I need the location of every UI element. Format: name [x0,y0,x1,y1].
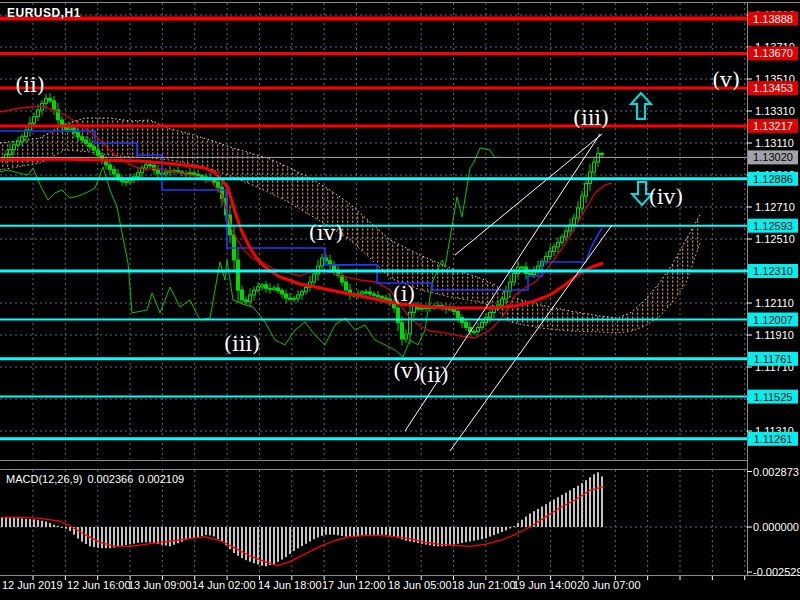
svg-text:1.11525: 1.11525 [754,391,793,403]
wave-label[interactable]: (iii) [224,332,261,356]
svg-text:1.12593: 1.12593 [753,220,793,232]
time-tick-label: 19 Jun 14:00 [513,579,577,591]
time-tick-label: 14 Jun 02:00 [192,579,256,591]
macd-name: MACD(12,26,9) [6,473,82,485]
wave-label[interactable]: (ii) [15,73,45,97]
macd-tick-label: 0.000000 [753,521,799,533]
wave-label[interactable]: (iii) [573,106,610,130]
price-tick-label: 1.11910 [755,329,794,341]
price-tick-label: 1.13110 [755,137,794,149]
chart-canvas[interactable]: (ii)(iii)(iv)(i)(v)(ii)(iii)(iv)(v)1.139… [0,0,800,600]
time-tick-label: 18 Jun 05:00 [388,579,452,591]
time-tick-label: 20 Jun 07:00 [577,579,641,591]
price-badge: 1.12310 [748,264,798,278]
price-badge: 1.12886 [748,172,798,186]
time-tick-label: 14 Jun 18:00 [258,579,322,591]
price-badge: 1.11261 [748,432,798,446]
wave-label[interactable]: (i) [392,282,415,306]
price-badge: 1.11761 [748,352,798,366]
price-badge: 1.13453 [748,81,798,95]
time-tick-label: 17 Jun 12:00 [322,579,386,591]
price-tick-label: 1.12710 [755,201,795,213]
time-tick-label: 12 Jun 2019 [2,579,63,591]
price-badge: 1.11525 [748,390,798,404]
svg-text:1.13020: 1.13020 [753,151,793,163]
svg-text:1.13888: 1.13888 [753,13,793,25]
time-axis[interactable]: 12 Jun 201912 Jun 16:0013 Jun 09:0014 Ju… [2,576,745,591]
svg-text:1.13670: 1.13670 [753,47,793,59]
wave-label[interactable]: (v) [712,68,740,92]
macd-main-value: 0.002366 [87,473,133,485]
wave-label[interactable]: (v) [393,359,421,383]
price-badge: 1.13217 [748,119,798,133]
price-badge: 1.13670 [748,46,798,60]
macd-signal-value: 0.002109 [138,473,184,485]
wave-label[interactable]: (ii) [419,363,449,387]
macd-indicator-label: MACD(12,26,9)0.0023660.002109 [6,473,189,485]
price-badge: 1.13888 [748,12,798,26]
mt4-chart-window: (ii)(iii)(iv)(i)(v)(ii)(iii)(iv)(v)1.139… [0,0,800,600]
svg-text:1.13217: 1.13217 [753,120,793,132]
svg-text:1.12886: 1.12886 [753,173,793,185]
time-tick-label: 13 Jun 09:00 [128,579,192,591]
price-badge: 1.13020 [748,150,798,164]
svg-text:1.12310: 1.12310 [753,265,793,277]
price-tick-label: 1.12110 [755,297,794,309]
svg-text:1.11761: 1.11761 [754,353,793,365]
chart-symbol-title: EURUSD,H1 [7,6,81,20]
wave-label[interactable]: (iv) [309,221,344,245]
svg-text:1.12007: 1.12007 [753,314,793,326]
time-tick-label: 18 Jun 21:00 [452,579,516,591]
price-badge: 1.12593 [748,219,798,233]
price-tick-label: 1.12510 [755,233,795,245]
macd-tick-label: 0.002873 [753,466,799,478]
macd-tick-label: -0.002529 [753,566,800,578]
wave-label[interactable]: (iv) [649,185,684,209]
price-badge: 1.12007 [748,313,798,327]
svg-text:1.11261: 1.11261 [754,433,793,445]
time-tick-label: 12 Jun 16:00 [67,579,131,591]
price-tick-label: 1.13310 [755,105,795,117]
svg-text:1.13453: 1.13453 [753,82,793,94]
